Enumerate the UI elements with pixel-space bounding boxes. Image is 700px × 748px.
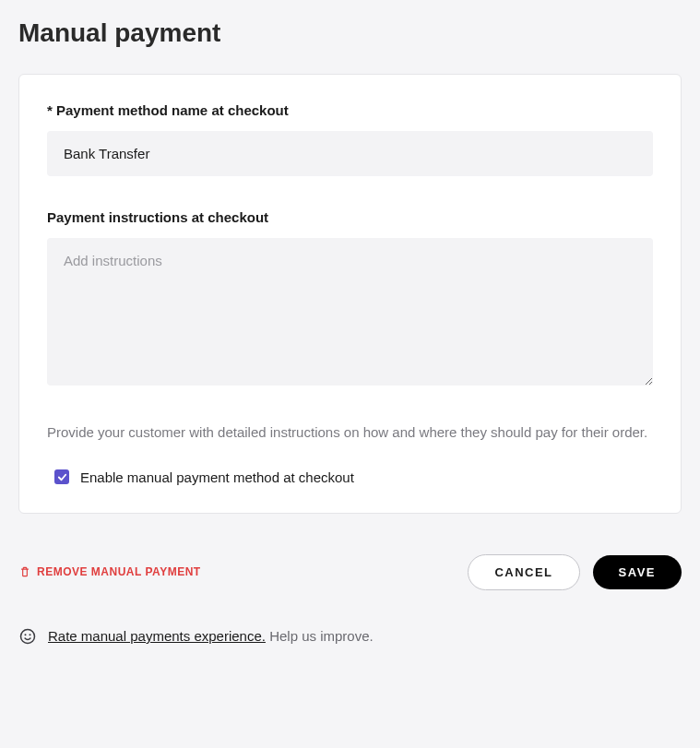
instructions-help-text: Provide your customer with detailed inst…	[47, 422, 653, 444]
footer-actions: REMOVE MANUAL PAYMENT CANCEL SAVE	[18, 554, 682, 590]
feedback-link[interactable]: Rate manual payments experience.	[48, 628, 266, 644]
name-field-label: * Payment method name at checkout	[47, 102, 653, 118]
payment-name-input[interactable]	[47, 131, 653, 176]
feedback-text: Rate manual payments experience. Help us…	[48, 628, 374, 644]
cancel-button[interactable]: CANCEL	[468, 554, 579, 590]
instructions-textarea[interactable]	[47, 238, 653, 386]
save-button[interactable]: SAVE	[593, 555, 682, 589]
enable-checkbox-label[interactable]: Enable manual payment method at checkout	[80, 469, 354, 485]
button-group: CANCEL SAVE	[468, 554, 682, 590]
name-field-group: * Payment method name at checkout	[47, 102, 653, 176]
feedback-tail: Help us improve.	[266, 628, 374, 644]
smiley-icon	[18, 627, 37, 646]
trash-icon	[18, 565, 31, 578]
checkmark-icon	[57, 472, 67, 482]
enable-checkbox[interactable]	[54, 469, 69, 484]
svg-point-0	[21, 629, 35, 643]
instructions-field-group: Payment instructions at checkout	[47, 209, 653, 389]
remove-payment-button[interactable]: REMOVE MANUAL PAYMENT	[18, 565, 201, 578]
svg-point-2	[30, 634, 31, 635]
payment-form-card: * Payment method name at checkout Paymen…	[18, 74, 682, 514]
enable-checkbox-row[interactable]: Enable manual payment method at checkout	[47, 469, 653, 485]
svg-point-1	[25, 634, 27, 635]
remove-payment-label: REMOVE MANUAL PAYMENT	[37, 565, 201, 578]
page-title: Manual payment	[18, 18, 682, 48]
feedback-row: Rate manual payments experience. Help us…	[18, 627, 682, 646]
instructions-field-label: Payment instructions at checkout	[47, 209, 653, 225]
